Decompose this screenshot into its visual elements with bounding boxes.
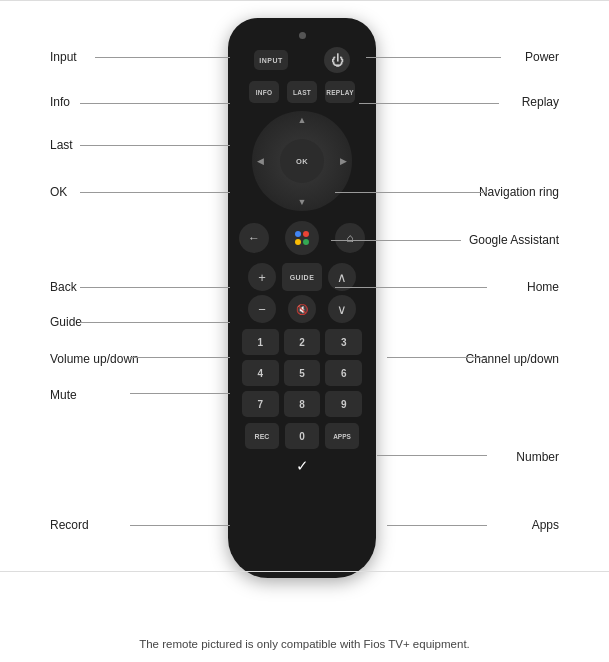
label-ok: OK [50, 185, 67, 199]
label-number: Number [516, 450, 559, 464]
info-button[interactable]: INFO [249, 81, 279, 103]
line-guide [80, 322, 230, 323]
label-nav-ring: Navigation ring [479, 185, 559, 199]
back-google-home-row: ← ⌂ [228, 221, 376, 255]
last-button[interactable]: LAST [287, 81, 317, 103]
volume-down-button[interactable]: − [248, 295, 276, 323]
label-replay: Replay [522, 95, 559, 109]
guide-button[interactable]: GUIDE [282, 263, 322, 291]
line-record [130, 525, 230, 526]
google-dot-green [303, 239, 309, 245]
line-input [95, 57, 230, 58]
num-4-button[interactable]: 4 [242, 360, 279, 386]
line-back [80, 287, 230, 288]
diagram-area: INPUT ⏻ INFO LAST REPLAY ▲ ▼ ◀ ▶ OK ← [0, 0, 609, 610]
label-home: Home [527, 280, 559, 294]
num-8-button[interactable]: 8 [284, 391, 321, 417]
label-apps: Apps [532, 518, 559, 532]
label-channel: Channel up/down [466, 352, 559, 366]
line-home [335, 287, 487, 288]
mute-button[interactable]: 🔇 [288, 295, 316, 323]
zero-button[interactable]: 0 [285, 423, 319, 449]
google-dot-red [303, 231, 309, 237]
ok-button[interactable]: OK [280, 139, 324, 183]
label-volume: Volume up/down [50, 352, 139, 366]
back-button[interactable]: ← [239, 223, 269, 253]
line-replay [359, 103, 499, 104]
camera-dot [299, 32, 306, 39]
rec-label: REC [255, 433, 270, 440]
google-dot-blue [295, 231, 301, 237]
num-3-button[interactable]: 3 [325, 329, 362, 355]
nav-left-arrow: ◀ [257, 156, 264, 166]
num-9-button[interactable]: 9 [325, 391, 362, 417]
label-mute: Mute [50, 388, 77, 402]
navigation-ring[interactable]: ▲ ▼ ◀ ▶ OK [252, 111, 352, 211]
nav-right-arrow: ▶ [340, 156, 347, 166]
line-google [331, 240, 461, 241]
home-button[interactable]: ⌂ [335, 223, 365, 253]
line-number [377, 455, 487, 456]
num-6-button[interactable]: 6 [325, 360, 362, 386]
top-divider [0, 0, 609, 1]
line-channel [387, 357, 487, 358]
line-last [80, 145, 230, 146]
num-2-button[interactable]: 2 [284, 329, 321, 355]
label-record: Record [50, 518, 89, 532]
power-button[interactable]: ⏻ [324, 47, 350, 73]
rec-button[interactable]: REC [245, 423, 279, 449]
info-last-replay-row: INFO LAST REPLAY [228, 81, 376, 103]
line-mute [130, 393, 230, 394]
checkmark-symbol: ✓ [296, 457, 309, 475]
volume-up-button[interactable]: + [248, 263, 276, 291]
bottom-divider [0, 571, 609, 572]
replay-button[interactable]: REPLAY [325, 81, 355, 103]
label-last: Last [50, 138, 73, 152]
label-guide: Guide [50, 315, 82, 329]
line-nav [335, 192, 487, 193]
num-7-button[interactable]: 7 [242, 391, 279, 417]
google-dots [295, 231, 309, 245]
nav-down-arrow: ▼ [298, 197, 307, 207]
vol-guide-ch-row: + − GUIDE 🔇 ∧ ∨ [248, 263, 356, 323]
line-info [80, 103, 230, 104]
footer-text: The remote pictured is only compatible w… [0, 638, 609, 650]
line-volume [130, 357, 230, 358]
nav-up-arrow: ▲ [298, 115, 307, 125]
apps-label: APPS [333, 433, 351, 440]
apps-button[interactable]: APPS [325, 423, 359, 449]
line-ok [80, 192, 230, 193]
label-info: Info [50, 95, 70, 109]
label-back: Back [50, 280, 77, 294]
channel-down-button[interactable]: ∨ [328, 295, 356, 323]
line-power [366, 57, 501, 58]
line-apps [387, 525, 487, 526]
google-assistant-button[interactable] [285, 221, 319, 255]
num-1-button[interactable]: 1 [242, 329, 279, 355]
mute-icon: 🔇 [296, 304, 308, 315]
channel-col: ∧ ∨ [328, 263, 356, 323]
bottom-row: REC 0 APPS [245, 423, 359, 449]
num-5-button[interactable]: 5 [284, 360, 321, 386]
label-google-assistant: Google Assistant [469, 233, 559, 247]
remote-body: INPUT ⏻ INFO LAST REPLAY ▲ ▼ ◀ ▶ OK ← [228, 18, 376, 578]
nav-ring-outer: ▲ ▼ ◀ ▶ OK [252, 111, 352, 211]
label-input: Input [50, 50, 77, 64]
volume-col: + − [248, 263, 276, 323]
label-power: Power [525, 50, 559, 64]
google-dot-yellow [295, 239, 301, 245]
input-button[interactable]: INPUT [254, 50, 288, 70]
guide-mute-col: GUIDE 🔇 [282, 263, 322, 323]
number-grid: 1 2 3 4 5 6 7 8 9 [228, 329, 376, 417]
input-power-row: INPUT ⏻ [228, 47, 376, 73]
